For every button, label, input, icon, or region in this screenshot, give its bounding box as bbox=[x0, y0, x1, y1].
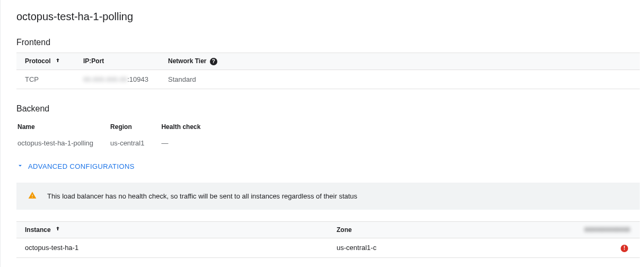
frontend-heading: Frontend bbox=[16, 38, 640, 47]
port-suffix: :10943 bbox=[127, 75, 148, 83]
advanced-configurations-label: ADVANCED CONFIGURATIONS bbox=[28, 162, 135, 170]
frontend-table: Protocol IP:Port Network Tier ? TCP 00.0… bbox=[16, 53, 640, 89]
frontend-tier: Standard bbox=[160, 70, 640, 89]
backend-col-name[interactable]: Name bbox=[17, 120, 109, 134]
col-instance-header[interactable]: Instance bbox=[16, 221, 328, 238]
col-tier-label: Network Tier bbox=[168, 57, 206, 65]
backend-row: octopus-test-ha-1-polling us-central1 — bbox=[17, 135, 216, 151]
page-title: octopus-test-ha-1-polling bbox=[16, 11, 640, 23]
backend-col-region[interactable]: Region bbox=[110, 120, 160, 134]
sort-arrow-icon bbox=[55, 226, 61, 234]
instance-row[interactable]: octopus-test-ha-1 us-central1-c ! bbox=[16, 238, 640, 258]
help-icon[interactable]: ? bbox=[210, 58, 217, 65]
instance-status: ! bbox=[474, 238, 640, 258]
col-ipport-label: IP:Port bbox=[83, 57, 104, 65]
backend-hc: — bbox=[161, 135, 216, 151]
instance-name: octopus-test-ha-1 bbox=[16, 238, 328, 258]
ip-masked: 00.000.000.00 bbox=[83, 75, 127, 83]
health-check-warning: This load balancer has no health check, … bbox=[16, 183, 640, 210]
warning-text: This load balancer has no health check, … bbox=[47, 192, 357, 200]
frontend-protocol: TCP bbox=[16, 70, 75, 89]
backend-table: Name Region Health check octopus-test-ha… bbox=[16, 119, 217, 152]
error-icon: ! bbox=[621, 245, 628, 252]
backend-name: octopus-test-ha-1-polling bbox=[17, 135, 109, 151]
sort-arrow-icon bbox=[55, 57, 61, 65]
col-ipport-header[interactable]: IP:Port bbox=[75, 53, 160, 70]
col-zone-header[interactable]: Zone bbox=[328, 221, 474, 238]
col-tier-header[interactable]: Network Tier ? bbox=[160, 53, 640, 70]
chevron-down-icon bbox=[16, 162, 24, 171]
col-protocol-header[interactable]: Protocol bbox=[16, 53, 75, 70]
col-protocol-label: Protocol bbox=[25, 57, 51, 65]
col-instance-label: Instance bbox=[25, 226, 51, 234]
backend-region: us-central1 bbox=[110, 135, 160, 151]
instance-zone: us-central1-c bbox=[328, 238, 474, 258]
frontend-row: TCP 00.000.000.00:10943 Standard bbox=[16, 70, 640, 89]
frontend-ipport: 00.000.000.00:10943 bbox=[75, 70, 160, 89]
advanced-configurations-toggle[interactable]: ADVANCED CONFIGURATIONS bbox=[16, 162, 135, 171]
status-header-masked: 0000000000000 bbox=[584, 226, 630, 234]
backend-col-hc[interactable]: Health check bbox=[161, 120, 216, 134]
backend-heading: Backend bbox=[16, 104, 640, 114]
warning-icon bbox=[28, 191, 37, 201]
col-status-header[interactable]: 0000000000000 bbox=[474, 221, 640, 238]
instances-table: Instance Zone 0000000000000 octopus-test… bbox=[16, 221, 640, 258]
